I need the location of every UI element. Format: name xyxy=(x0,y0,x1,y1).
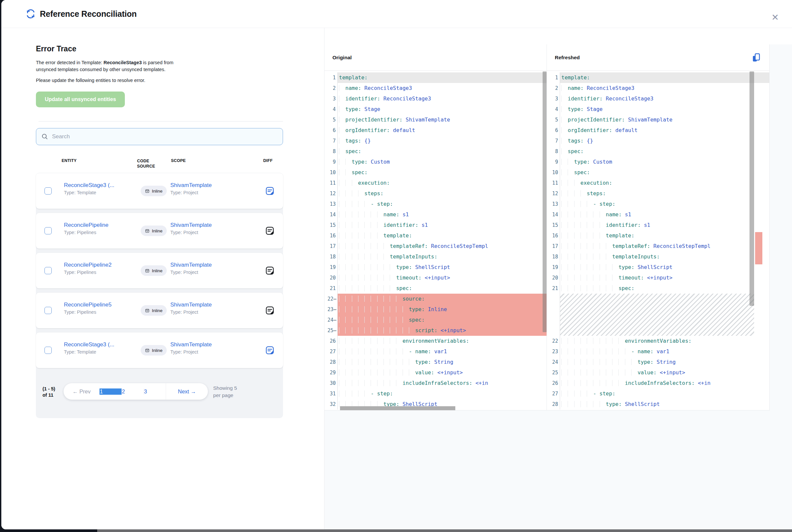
refreshed-code-area[interactable]: 1template:2 name: ReconcileStage33 ident… xyxy=(547,71,769,411)
line-number: 1 xyxy=(547,72,560,83)
error-description: The error detected in Template: Reconcil… xyxy=(36,59,187,73)
copy-icon[interactable] xyxy=(752,53,761,62)
table-row: ReconcileStage3 (...Type: TemplateInline… xyxy=(36,332,283,368)
prev-page-button[interactable]: ← Prev xyxy=(63,383,99,400)
code-source-label: Inline xyxy=(152,348,162,353)
code-text: execution: xyxy=(338,178,547,188)
diff-file-icon[interactable] xyxy=(265,266,274,275)
code-line: 24 type: String xyxy=(547,357,769,367)
row-checkbox[interactable] xyxy=(44,307,52,314)
line-number: 3 xyxy=(325,94,338,104)
scope-link[interactable]: ShivamTemplate xyxy=(170,182,212,189)
code-line: 17 templateRef: ReconcileStepTempl xyxy=(325,241,547,251)
horizontal-scrollbar-thumb[interactable] xyxy=(340,406,455,410)
code-text: source: xyxy=(338,294,547,304)
code-text: templateInputs: xyxy=(560,251,769,262)
code-text: includeInfraSelectors: <+in xyxy=(338,378,547,388)
line-number: 16 xyxy=(325,230,338,241)
page-button-3[interactable]: 3 xyxy=(144,388,166,395)
code-text: execution: xyxy=(560,178,769,188)
code-line: 24— spec: xyxy=(325,315,547,325)
diff-file-icon[interactable] xyxy=(265,186,274,195)
entity-cell: ReconcileStage3 (...Type: Template xyxy=(64,182,114,195)
scope-link[interactable]: ShivamTemplate xyxy=(170,302,212,308)
code-text: template: xyxy=(338,72,547,83)
error-trace-panel: Error Trace The error detected in Templa… xyxy=(1,28,324,529)
code-line: 27 - name: var1 xyxy=(325,346,547,357)
table-row: ReconcileStage3 (...Type: TemplateInline… xyxy=(36,173,283,209)
page-button-1[interactable]: 1 xyxy=(99,388,122,395)
code-source-badge: Inline xyxy=(141,305,167,316)
original-code-area[interactable]: 1template:2 name: ReconcileStage33 ident… xyxy=(325,71,547,411)
vertical-scrollbar-thumb[interactable] xyxy=(542,72,547,332)
row-checkbox[interactable] xyxy=(44,227,52,234)
line-number: 21 xyxy=(547,283,560,294)
code-line: 12 steps: xyxy=(325,188,547,199)
line-number: 22 xyxy=(547,336,560,346)
reference-reconciliation-modal: Reference Reconciliation ✕ Error Trace T… xyxy=(1,0,792,529)
code-source-badge: Inline xyxy=(141,265,167,276)
diff-file-icon[interactable] xyxy=(265,306,274,315)
scope-type: Type: Project xyxy=(170,309,212,315)
divider xyxy=(39,121,283,121)
line-number: 29 xyxy=(325,367,338,378)
line-number: 6 xyxy=(325,125,338,136)
line-number: 15 xyxy=(325,220,338,230)
code-text: projectIdentifier: ShivamTemplate xyxy=(560,115,769,125)
removed-gap-hatch xyxy=(560,294,754,336)
row-checkbox[interactable] xyxy=(44,267,52,274)
code-line: 19 type: ShellScript xyxy=(325,262,547,272)
code-text: - step: xyxy=(560,199,769,209)
line-number: 23— xyxy=(325,304,338,315)
code-text: value: <+input> xyxy=(338,367,547,378)
update-all-unsynced-button[interactable]: Update all unsynced entities xyxy=(36,92,125,107)
line-number: 7 xyxy=(325,136,338,146)
entity-link[interactable]: ReconcileStage3 (... xyxy=(64,182,114,189)
sync-icon xyxy=(26,9,36,19)
scope-link[interactable]: ShivamTemplate xyxy=(170,341,212,348)
entity-link[interactable]: ReconcileStage3 (... xyxy=(64,341,114,348)
pagination-controls: ← Prev 123 Next → xyxy=(63,383,208,400)
row-checkbox[interactable] xyxy=(44,347,52,354)
scope-link[interactable]: ShivamTemplate xyxy=(170,222,212,228)
code-line: 4 type: Stage xyxy=(547,104,769,115)
entity-link[interactable]: ReconcilePipeline xyxy=(64,222,108,228)
code-text: spec: xyxy=(338,315,547,325)
pagination: (1 - 5) of 11 ← Prev 123 Next → Showing … xyxy=(36,383,283,400)
removed-gap-block xyxy=(547,294,769,336)
row-checkbox[interactable] xyxy=(44,187,52,194)
code-text: type: Custom xyxy=(560,157,769,167)
code-line: 20 timeout: <+input> xyxy=(325,272,547,283)
scope-type: Type: Project xyxy=(170,230,212,235)
vertical-scrollbar-thumb[interactable] xyxy=(750,72,754,306)
code-text: timeout: <+input> xyxy=(560,272,769,283)
modal-header: Reference Reconciliation ✕ xyxy=(1,0,792,28)
line-number: 18 xyxy=(547,251,560,262)
scope-link[interactable]: ShivamTemplate xyxy=(170,262,212,268)
line-number: 25 xyxy=(547,367,560,378)
code-line: 8 spec: xyxy=(547,146,769,157)
entity-link[interactable]: ReconcilePipeline5 xyxy=(64,302,112,308)
line-number: 5 xyxy=(547,115,560,125)
entity-cell: ReconcileStage3 (...Type: Template xyxy=(64,341,114,355)
diff-file-icon[interactable] xyxy=(265,226,274,235)
code-line: 16 template: xyxy=(325,230,547,241)
code-text: type: Inline xyxy=(338,304,547,315)
next-page-button[interactable]: Next → xyxy=(166,383,208,400)
code-text: orgIdentifier: default xyxy=(560,125,769,136)
search-input[interactable] xyxy=(52,133,277,140)
code-text: templateRef: ReconcileStepTempl xyxy=(560,241,769,251)
code-line: 2 name: ReconcileStage3 xyxy=(325,83,547,94)
inline-store-icon xyxy=(145,228,150,233)
diff-file-icon[interactable] xyxy=(265,346,274,355)
entity-link[interactable]: ReconcilePipeline2 xyxy=(64,262,112,268)
code-source-label: Inline xyxy=(152,308,162,313)
refreshed-panel: Refreshed 1template:2 name: ReconcileSta… xyxy=(547,44,770,411)
code-line: 18 templateInputs: xyxy=(325,251,547,262)
page-button-2[interactable]: 2 xyxy=(122,388,144,395)
line-number: 9 xyxy=(547,157,560,167)
code-text: script: <+input> xyxy=(338,325,547,336)
line-number: 20 xyxy=(547,272,560,283)
close-icon[interactable]: ✕ xyxy=(771,13,779,22)
code-line: 23— type: Inline xyxy=(325,304,547,315)
